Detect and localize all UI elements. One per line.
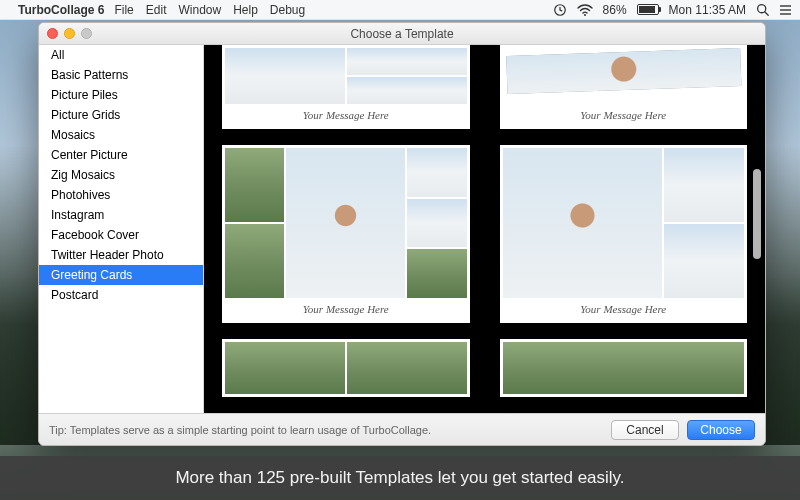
svg-line-3 (765, 12, 768, 15)
svg-point-1 (584, 14, 586, 16)
photo-placeholder (347, 48, 467, 75)
menu-debug[interactable]: Debug (270, 3, 305, 17)
template-chooser-window: Choose a Template All Basic Patterns Pic… (38, 22, 766, 446)
photo-placeholder (503, 342, 745, 394)
battery-icon[interactable] (637, 4, 659, 15)
photo-placeholder (225, 148, 284, 222)
wifi-icon[interactable] (577, 4, 593, 16)
menu-help[interactable]: Help (233, 3, 258, 17)
sidebar-item-picture-grids[interactable]: Picture Grids (39, 105, 203, 125)
photo-placeholder (664, 224, 744, 298)
photo-placeholder (225, 48, 345, 104)
photo-placeholder (347, 77, 467, 104)
zoom-button[interactable] (81, 28, 92, 39)
window-footer: Tip: Templates serve as a simple startin… (39, 413, 765, 445)
photo-placeholder (225, 224, 284, 298)
template-thumbnail[interactable]: Your Message Here (500, 145, 748, 323)
photo-placeholder (503, 148, 663, 298)
footer-tip: Tip: Templates serve as a simple startin… (49, 424, 603, 436)
category-sidebar: All Basic Patterns Picture Piles Picture… (39, 45, 204, 413)
photo-placeholder (664, 148, 744, 222)
menu-window[interactable]: Window (178, 3, 221, 17)
app-name[interactable]: TurboCollage 6 (18, 3, 104, 17)
gallery-scrollbar[interactable] (751, 49, 763, 409)
photo-placeholder (407, 199, 466, 248)
template-thumbnail[interactable]: Your Message Here (500, 45, 748, 129)
photo-placeholder (407, 148, 466, 197)
mac-menubar: TurboCollage 6 File Edit Window Help Deb… (0, 0, 800, 20)
photo-placeholder (502, 45, 745, 108)
menu-edit[interactable]: Edit (146, 3, 167, 17)
window-titlebar[interactable]: Choose a Template (39, 23, 765, 45)
scrollbar-thumb[interactable] (753, 169, 761, 259)
template-gallery[interactable]: Your Message Here Your Message Here (204, 45, 765, 413)
template-caption: Your Message Here (503, 298, 745, 320)
template-caption: Your Message Here (225, 298, 467, 320)
marketing-caption: More than 125 pre-built Templates let yo… (0, 456, 800, 500)
sidebar-item-postcard[interactable]: Postcard (39, 285, 203, 305)
sidebar-item-facebook-cover[interactable]: Facebook Cover (39, 225, 203, 245)
battery-percent: 86% (603, 3, 627, 17)
sidebar-item-instagram[interactable]: Instagram (39, 205, 203, 225)
photo-placeholder (347, 342, 467, 394)
sidebar-item-twitter-header[interactable]: Twitter Header Photo (39, 245, 203, 265)
photo-placeholder (286, 148, 405, 298)
photo-placeholder (407, 249, 466, 298)
cancel-button[interactable]: Cancel (611, 420, 679, 440)
template-caption: Your Message Here (225, 104, 467, 126)
marketing-caption-text: More than 125 pre-built Templates let yo… (175, 468, 624, 488)
close-button[interactable] (47, 28, 58, 39)
sidebar-item-all[interactable]: All (39, 45, 203, 65)
template-caption: Your Message Here (503, 104, 745, 126)
sidebar-item-center-picture[interactable]: Center Picture (39, 145, 203, 165)
notification-center-icon[interactable] (779, 4, 792, 16)
minimize-button[interactable] (64, 28, 75, 39)
sidebar-item-greeting-cards[interactable]: Greeting Cards (39, 265, 203, 285)
template-thumbnail[interactable] (500, 339, 748, 397)
window-traffic-lights (47, 28, 92, 39)
window-title: Choose a Template (350, 27, 453, 41)
template-thumbnail[interactable]: Your Message Here (222, 145, 470, 323)
photo-placeholder (225, 342, 345, 394)
template-thumbnail[interactable] (222, 339, 470, 397)
template-thumbnail[interactable]: Your Message Here (222, 45, 470, 129)
time-machine-icon[interactable] (553, 3, 567, 17)
sidebar-item-photohives[interactable]: Photohives (39, 185, 203, 205)
choose-button[interactable]: Choose (687, 420, 755, 440)
spotlight-icon[interactable] (756, 3, 769, 16)
sidebar-item-mosaics[interactable]: Mosaics (39, 125, 203, 145)
menubar-clock[interactable]: Mon 11:35 AM (669, 3, 746, 17)
menu-file[interactable]: File (114, 3, 133, 17)
sidebar-item-basic-patterns[interactable]: Basic Patterns (39, 65, 203, 85)
sidebar-item-picture-piles[interactable]: Picture Piles (39, 85, 203, 105)
sidebar-item-zig-mosaics[interactable]: Zig Mosaics (39, 165, 203, 185)
